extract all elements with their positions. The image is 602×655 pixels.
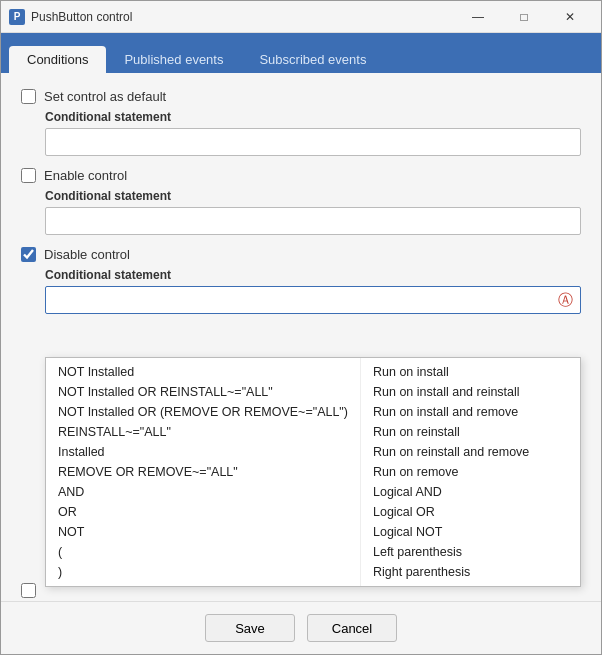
- list-item[interactable]: Logical NOT: [361, 522, 580, 542]
- list-item[interactable]: Run on reinstall and remove: [361, 442, 580, 462]
- disable-control-field-label: Conditional statement: [45, 268, 581, 282]
- minimize-button[interactable]: —: [455, 1, 501, 33]
- close-button[interactable]: ✕: [547, 1, 593, 33]
- list-item[interactable]: NOT Installed: [46, 362, 360, 382]
- dropdown-right-col: Run on install Run on install and reinst…: [361, 358, 580, 586]
- title-bar-buttons: — □ ✕: [455, 1, 593, 33]
- list-item[interactable]: Left parenthesis: [361, 542, 580, 562]
- footer: Save Cancel: [1, 601, 601, 654]
- set-control-field-label: Conditional statement: [45, 110, 581, 124]
- enable-control-field-label: Conditional statement: [45, 189, 581, 203]
- list-item[interactable]: Right parenthesis: [361, 562, 580, 582]
- disable-control-input[interactable]: [45, 286, 581, 314]
- enable-control-checkbox-row: Enable control: [21, 168, 581, 183]
- set-control-checkbox-row: Set control as default: [21, 89, 581, 104]
- set-control-checkbox[interactable]: [21, 89, 36, 104]
- disable-control-section: Disable control Conditional statement Ⓐ: [21, 247, 581, 314]
- disable-control-label: Disable control: [44, 247, 130, 262]
- maximize-button[interactable]: □: [501, 1, 547, 33]
- tab-published-events[interactable]: Published events: [106, 46, 241, 73]
- list-item[interactable]: Run on install: [361, 362, 580, 382]
- list-item[interactable]: NOT Installed OR REINSTALL~="ALL": [46, 382, 360, 402]
- list-item[interactable]: REINSTALL~="ALL": [46, 422, 360, 442]
- list-item[interactable]: AND: [46, 482, 360, 502]
- disable-control-checkbox[interactable]: [21, 247, 36, 262]
- list-item[interactable]: Logical AND: [361, 482, 580, 502]
- list-item[interactable]: Run on remove: [361, 462, 580, 482]
- list-item[interactable]: Logical OR: [361, 502, 580, 522]
- set-control-section: Set control as default Conditional state…: [21, 89, 581, 156]
- app-icon-letter: P: [14, 11, 21, 22]
- set-control-input[interactable]: [45, 128, 581, 156]
- set-control-label: Set control as default: [44, 89, 166, 104]
- list-item[interactable]: (: [46, 542, 360, 562]
- dropdown-left-col: NOT Installed NOT Installed OR REINSTALL…: [46, 358, 361, 586]
- enable-control-section: Enable control Conditional statement: [21, 168, 581, 235]
- enable-control-input[interactable]: [45, 207, 581, 235]
- tab-conditions[interactable]: Conditions: [9, 46, 106, 73]
- list-item[interactable]: ): [46, 562, 360, 582]
- list-item[interactable]: NOT: [46, 522, 360, 542]
- extra-checkbox-4[interactable]: [21, 583, 36, 598]
- list-item[interactable]: OR: [46, 502, 360, 522]
- autocomplete-dropdown: NOT Installed NOT Installed OR REINSTALL…: [45, 357, 581, 587]
- content-area: Set control as default Conditional state…: [1, 73, 601, 601]
- cancel-button[interactable]: Cancel: [307, 614, 397, 642]
- error-icon: Ⓐ: [558, 291, 573, 310]
- disable-control-checkbox-row: Disable control: [21, 247, 581, 262]
- list-item[interactable]: Run on reinstall: [361, 422, 580, 442]
- tab-subscribed-events[interactable]: Subscribed events: [241, 46, 384, 73]
- dropdown-inner: NOT Installed NOT Installed OR REINSTALL…: [46, 358, 580, 586]
- list-item[interactable]: Run on install and reinstall: [361, 382, 580, 402]
- list-item[interactable]: NOT Installed OR (REMOVE OR REMOVE~="ALL…: [46, 402, 360, 422]
- app-icon: P: [9, 9, 25, 25]
- list-item[interactable]: REMOVE OR REMOVE~="ALL": [46, 462, 360, 482]
- list-item[interactable]: Run on install and remove: [361, 402, 580, 422]
- enable-control-label: Enable control: [44, 168, 127, 183]
- main-window: P PushButton control — □ ✕ Conditions Pu…: [0, 0, 602, 655]
- enable-control-checkbox[interactable]: [21, 168, 36, 183]
- save-button[interactable]: Save: [205, 614, 295, 642]
- tab-bar: Conditions Published events Subscribed e…: [1, 33, 601, 73]
- disable-control-input-wrapper: Ⓐ: [45, 286, 581, 314]
- window-title: PushButton control: [31, 10, 455, 24]
- list-item[interactable]: Installed: [46, 442, 360, 462]
- title-bar: P PushButton control — □ ✕: [1, 1, 601, 33]
